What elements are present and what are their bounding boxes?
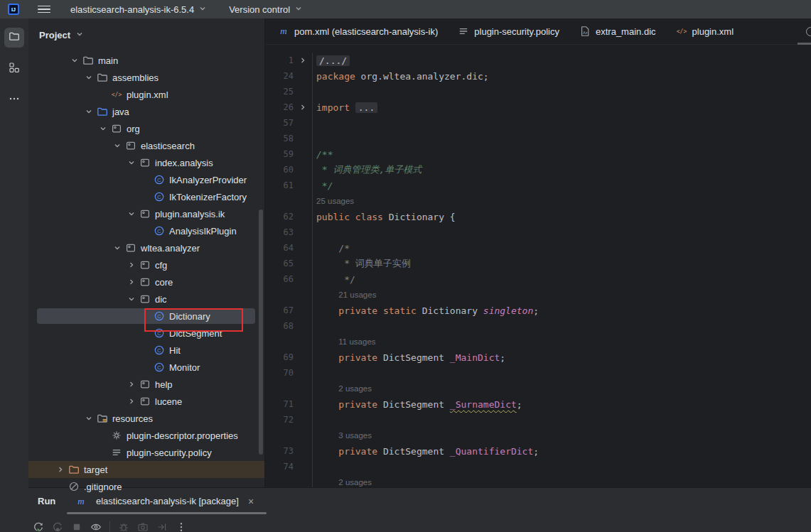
class-icon: C <box>154 310 165 322</box>
chevron-right-icon[interactable] <box>127 259 139 271</box>
tree-item-target[interactable]: target <box>28 461 264 478</box>
tree-item-IkTokenizerFactory[interactable]: C IkTokenizerFactory <box>28 188 264 205</box>
code-line: 59 /** <box>265 146 811 162</box>
editor-tab-pom.xml[interactable]: m pom.xml (elasticsearch-analysis-ik) <box>268 18 448 44</box>
code-editor[interactable]: 1 /.../ 24 package org.wltea.analyzer.di… <box>265 45 811 487</box>
editor-tab-plugin.xml[interactable]: </> plugin.xml <box>666 18 744 44</box>
kebab-icon[interactable] <box>176 521 187 532</box>
fold-arrow-icon[interactable] <box>294 55 312 65</box>
chevron-down-icon[interactable] <box>112 140 125 151</box>
version-control-selector[interactable]: Version control <box>229 3 304 16</box>
more-tool-windows-button[interactable] <box>4 90 24 110</box>
chevron-down-icon[interactable] <box>127 293 139 305</box>
eye-icon[interactable] <box>90 521 102 532</box>
project-title: elasticsearch-analysis-ik-6.5.4 <box>70 4 194 15</box>
chevron-spacer <box>141 362 154 373</box>
tree-item-dic[interactable]: dic <box>28 291 264 308</box>
tree-item-help[interactable]: help <box>28 376 264 393</box>
tree-item-elasticsearch[interactable]: elasticsearch <box>28 137 264 154</box>
chevron-right-icon[interactable] <box>127 276 139 288</box>
bug-icon[interactable] <box>118 521 129 532</box>
chevron-down-icon[interactable] <box>84 106 97 117</box>
editor-tab-extra_main.dic[interactable]: Az extra_main.dic <box>569 18 666 44</box>
project-selector[interactable]: elasticsearch-analysis-ik-6.5.4 <box>70 3 208 16</box>
chevron-down-icon[interactable] <box>84 413 97 424</box>
chevron-down-icon[interactable] <box>84 72 97 83</box>
chevron-down-icon[interactable] <box>70 55 82 66</box>
project-panel-scrollbar[interactable] <box>259 210 263 455</box>
gutter: 63 <box>265 224 313 240</box>
tree-item-Hit[interactable]: C Hit <box>28 342 264 359</box>
tree-item-cfg[interactable]: cfg <box>28 256 264 273</box>
code-line: 70 <box>265 365 811 381</box>
tree-item-label: assemblies <box>112 72 159 83</box>
tree-item-label: dic <box>155 294 167 305</box>
tree-item-label: IkTokenizerFactory <box>169 192 247 202</box>
project-tool-button[interactable] <box>4 28 24 48</box>
gutter: 71 <box>265 396 313 412</box>
editor-tab-plugin-security.policy[interactable]: plugin-security.policy <box>448 18 569 44</box>
tree-item-IkAnalyzerProvider[interactable]: C IkAnalyzerProvider <box>28 171 264 188</box>
svg-text:C: C <box>157 364 161 371</box>
chevron-down-icon[interactable] <box>112 242 125 254</box>
chevron-down-icon <box>75 29 85 41</box>
run-tab-underline <box>67 512 267 514</box>
chevron-right-icon[interactable] <box>127 396 139 407</box>
line-number: 66 <box>265 274 294 284</box>
tree-item-label: Dictionary <box>169 311 210 322</box>
gear-icon <box>111 430 122 441</box>
gutter: 73 <box>265 443 313 459</box>
project-panel-header[interactable]: Project <box>28 18 264 51</box>
run-config-tab[interactable]: m elasticsearch-analysis-ik [package] × <box>67 488 262 514</box>
tree-item-plugin-security.policy[interactable]: plugin-security.policy <box>28 444 264 461</box>
structure-tool-button[interactable] <box>4 59 24 79</box>
tree-item-Monitor[interactable]: C Monitor <box>28 359 264 376</box>
tree-item-Dictionary[interactable]: C Dictionary <box>28 308 264 325</box>
tree-item-label: plugin.xml <box>127 89 168 100</box>
gutter: 65 <box>265 256 313 271</box>
tree-item-plugin-descriptor.properties[interactable]: plugin-descriptor.properties <box>28 427 264 444</box>
svg-text:C: C <box>157 313 161 320</box>
tree-item-main[interactable]: main <box>28 52 264 69</box>
tree-item-java[interactable]: java <box>28 103 264 120</box>
line-number: 60 <box>265 165 294 175</box>
tree-item-plugin.analysis.ik[interactable]: plugin.analysis.ik <box>28 205 264 222</box>
gutter <box>265 474 313 487</box>
tree-item-core[interactable]: core <box>28 273 264 291</box>
rerun-icon[interactable] <box>33 521 44 532</box>
chevron-spacer <box>141 310 154 322</box>
resume-icon[interactable] <box>52 521 63 532</box>
tree-item-wltea.analyzer[interactable]: wltea.analyzer <box>28 239 264 256</box>
editor-tab-label: extra_main.dic <box>596 26 656 37</box>
chevron-down-icon[interactable] <box>127 157 139 168</box>
line-number: 26 <box>265 102 294 112</box>
tree-item-lucene[interactable]: lucene <box>28 393 264 410</box>
tree-item-index.analysis[interactable]: index.analysis <box>28 154 264 171</box>
tree-item-plugin.xml[interactable]: </> plugin.xml <box>28 86 264 103</box>
tree-item-assemblies[interactable]: assemblies <box>28 69 264 86</box>
partial-tab-icon <box>806 27 811 36</box>
gutter <box>265 381 313 396</box>
code-line: 57 <box>265 115 811 131</box>
chevron-down-icon[interactable] <box>127 208 139 219</box>
chevron-down-icon[interactable] <box>98 123 111 134</box>
editor-tab-label: pom.xml (elasticsearch-analysis-ik) <box>294 26 438 37</box>
camera-icon[interactable] <box>137 521 149 532</box>
line-number: 70 <box>265 368 294 378</box>
gutter: 74 <box>265 459 313 474</box>
hamburger-menu-icon[interactable] <box>38 6 50 13</box>
chevron-right-icon[interactable] <box>55 464 68 475</box>
close-icon[interactable]: × <box>248 496 254 506</box>
fold-arrow-icon[interactable] <box>294 102 312 112</box>
tree-item-resources[interactable]: resources <box>28 410 264 427</box>
editor-tab-bar: m pom.xml (elasticsearch-analysis-ik) pl… <box>265 18 811 45</box>
tree-item-org[interactable]: org <box>28 120 264 137</box>
chevron-right-icon[interactable] <box>127 379 139 390</box>
version-control-label: Version control <box>229 4 290 15</box>
exit-icon[interactable] <box>156 521 168 532</box>
stop-icon[interactable] <box>71 521 82 532</box>
run-toolbar <box>33 521 187 532</box>
chevron-down-icon <box>198 4 208 16</box>
code-line: 60 * 词典管理类,单子模式 <box>265 162 811 178</box>
tree-item-AnalysisIkPlugin[interactable]: C AnalysisIkPlugin <box>28 222 264 239</box>
